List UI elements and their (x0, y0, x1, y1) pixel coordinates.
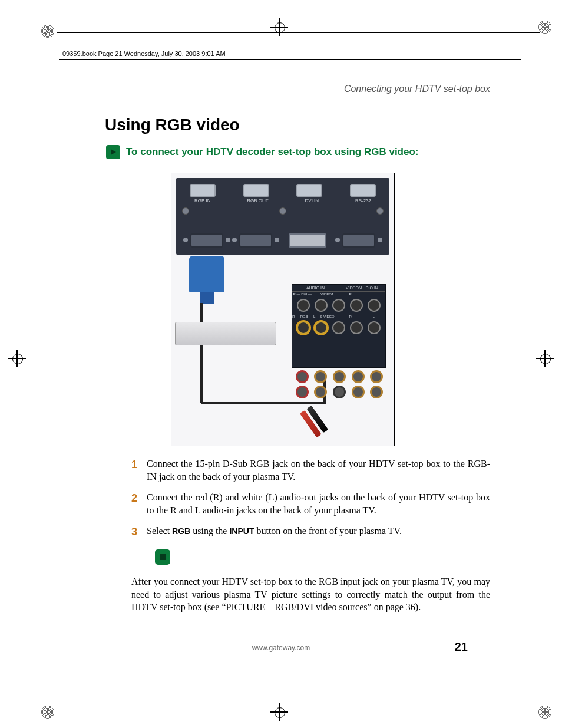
av-sub-label: R (339, 292, 362, 297)
step-text: Connect the red (R) and white (L) audio-… (147, 491, 490, 516)
port-label: DVI IN (305, 198, 319, 203)
step-3: 3 Select RGB using the INPUT button on t… (131, 525, 490, 539)
av-header-label: AUDIO IN (292, 285, 339, 292)
set-top-box (175, 322, 276, 345)
stop-icon (155, 549, 170, 565)
running-head: 09359.book Page 21 Wednesday, July 30, 2… (62, 50, 226, 57)
av-sub-label: VIDEO1 (316, 292, 339, 297)
av-input-panel: AUDIO IN VIDEO/AUDIO IN R — DVI — L VIDE… (292, 284, 386, 368)
rs232-port (342, 233, 375, 248)
followup-paragraph: After you connect your HDTV set-top box … (131, 575, 490, 614)
av-sub-label: L (362, 314, 386, 319)
tv-rear-panel: RGB IN RGB OUT DVI IN RS-232 (176, 178, 389, 255)
connection-diagram: RGB IN RGB OUT DVI IN RS-232 AUDIO IN VI… (171, 173, 395, 446)
dvi-in-port (289, 233, 326, 248)
step-2: 2 Connect the red (R) and white (L) audi… (131, 491, 490, 516)
port-label: RGB IN (194, 198, 211, 203)
play-icon (106, 145, 120, 159)
rgb-out-port (239, 233, 272, 248)
page-number: 21 (455, 640, 468, 654)
av-header-label: VIDEO/AUDIO IN (339, 285, 385, 292)
av-sub-label: S-VIDEO (316, 314, 339, 319)
procedure-heading: To connect your HDTV decoder set-top box… (126, 146, 419, 158)
step-text: Select RGB using the INPUT button on the… (147, 525, 490, 539)
page-heading: Using RGB video (105, 116, 240, 134)
port-label: RGB OUT (247, 198, 268, 203)
step-number: 3 (131, 525, 147, 539)
rgb-cable (200, 303, 203, 403)
procedure-steps: 1 Connect the 15-pin D-Sub RGB jack on t… (131, 457, 490, 548)
av-sub-label: R — RGB — L (292, 314, 316, 319)
step-number: 2 (131, 491, 147, 516)
port-label: RS-232 (355, 198, 371, 203)
step-text: Connect the 15-pin D-Sub RGB jack on the… (147, 457, 490, 483)
svg-marker-0 (111, 149, 116, 155)
section-title: Connecting your HDTV set-top box (344, 84, 490, 94)
av-sub-label: R (339, 314, 362, 319)
step-number: 1 (131, 457, 147, 483)
rgb-in-port (190, 233, 223, 248)
footer-url: www.gateway.com (0, 644, 562, 652)
av-sub-label: L (362, 292, 386, 297)
rca-jack-block (293, 368, 386, 406)
vga-connector (189, 256, 224, 292)
step-1: 1 Connect the 15-pin D-Sub RGB jack on t… (131, 457, 490, 483)
av-sub-label: R — DVI — L (292, 292, 316, 297)
